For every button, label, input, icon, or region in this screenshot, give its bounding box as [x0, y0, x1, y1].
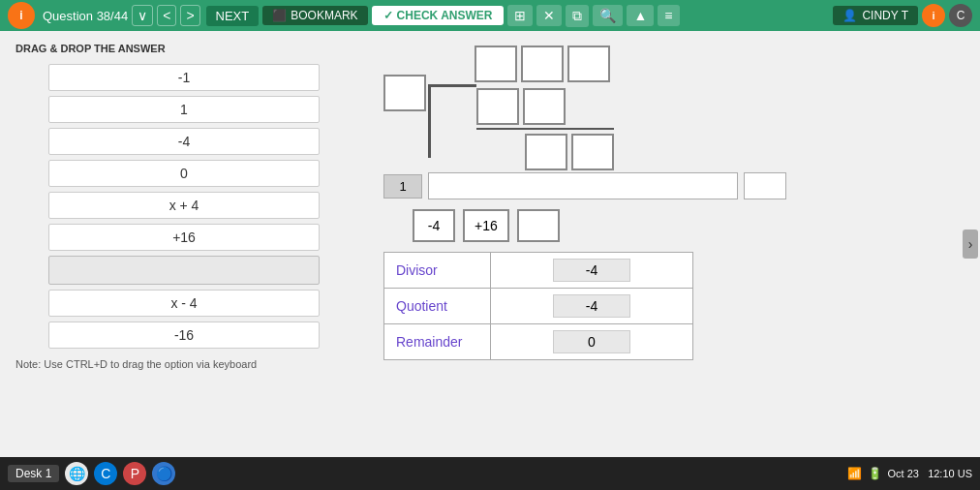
bookmark-button[interactable]: ⬛ BOOKMARK	[262, 6, 367, 25]
table-row: Divisor -4	[384, 253, 693, 289]
date-label: Oct 23	[888, 468, 919, 479]
prev-button[interactable]: <	[157, 5, 176, 26]
divisor-value: -4	[553, 259, 630, 282]
avatar[interactable]: i	[922, 4, 945, 27]
table-row: Quotient -4	[384, 289, 693, 324]
subtract-val-2[interactable]: +16	[463, 209, 509, 242]
list-item[interactable]: -4	[48, 128, 320, 155]
table-row: Remainder 0	[384, 324, 693, 360]
list-item[interactable]: -1	[48, 64, 320, 91]
menu-icon-button[interactable]: ≡	[658, 5, 679, 26]
quotient-value: -4	[553, 294, 630, 318]
main-content: DRAG & DROP THE ANSWER -1 1 -4 0 x + 4 +…	[0, 31, 980, 457]
next-button[interactable]: NEXT	[206, 6, 260, 26]
grid-icon-button[interactable]: ⊞	[507, 5, 533, 26]
window-icon-button[interactable]: ⧉	[566, 5, 589, 27]
dividend-box-4[interactable]	[571, 134, 614, 170]
dividend-number: 1	[383, 174, 422, 199]
quotient-label: Quotient	[384, 289, 491, 324]
settings-icon[interactable]: C	[949, 4, 972, 27]
edge-icon[interactable]: C	[94, 462, 117, 485]
dropdown-chevron-icon[interactable]: ∨	[132, 5, 153, 26]
remainder-label: Remainder	[384, 324, 491, 360]
subtract-row: -4 +16 ›	[413, 209, 965, 242]
list-item[interactable]: x + 4	[48, 192, 320, 219]
scroll-right-indicator[interactable]: ›	[963, 230, 978, 259]
left-panel: DRAG & DROP THE ANSWER -1 1 -4 0 x + 4 +…	[0, 31, 368, 457]
check-icon: ✓	[383, 9, 393, 22]
dividend-box-1[interactable]	[476, 88, 519, 125]
user-menu-button[interactable]: 👤 CINDY T	[833, 6, 918, 25]
drag-drop-title: DRAG & DROP THE ANSWER	[15, 43, 352, 54]
quotient-box-3[interactable]	[567, 46, 610, 82]
question-counter: Question 38/44	[43, 9, 128, 23]
close-icon-button[interactable]: ✕	[536, 5, 562, 26]
quotient-box-1[interactable]	[475, 46, 517, 82]
quotient-box-2[interactable]	[521, 46, 564, 82]
remainder-value-cell[interactable]: 0	[491, 324, 693, 360]
date-time: Oct 23 12:10 US	[888, 468, 972, 479]
power-icon: 🔋	[868, 467, 882, 480]
list-item[interactable]: 1	[48, 96, 320, 123]
upload-icon-button[interactable]: ▲	[627, 5, 654, 26]
division-layout	[383, 46, 965, 170]
division-bracket	[428, 84, 476, 158]
quotient-value-cell[interactable]: -4	[491, 289, 693, 324]
top-navigation: i Question 38/44 ∨ < > NEXT ⬛ BOOKMARK ✓…	[0, 0, 980, 31]
desk-label: Desk 1	[8, 465, 59, 482]
chrome-icon[interactable]: 🌐	[65, 462, 88, 485]
dividend-end-box[interactable]	[744, 172, 786, 199]
list-item[interactable]: +16	[48, 224, 320, 251]
pdf-icon[interactable]: P	[123, 462, 146, 485]
dividend-box-3[interactable]	[525, 134, 567, 170]
search-icon-button[interactable]: 🔍	[593, 5, 623, 26]
taskbar: Desk 1 🌐 C P 🔵 📶 🔋 Oct 23 12:10 US	[0, 457, 980, 490]
divisor-label: Divisor	[384, 253, 491, 289]
list-item[interactable]: x - 4	[48, 290, 320, 317]
drop-zone-left[interactable]	[383, 75, 426, 111]
remainder-value: 0	[553, 330, 630, 353]
app-logo: i	[8, 2, 35, 29]
list-item-empty[interactable]	[48, 256, 320, 285]
dividend-row: 1	[383, 172, 965, 199]
subtract-answer-box[interactable]	[517, 209, 560, 242]
user-icon: 👤	[842, 9, 857, 22]
dividend-box-2[interactable]	[523, 88, 566, 125]
bookmark-icon: ⬛	[272, 9, 287, 22]
wifi-icon: 📶	[847, 467, 862, 480]
list-item[interactable]: -16	[48, 322, 320, 349]
keyboard-note: Note: Use CTRL+D to drag the option via …	[15, 358, 352, 370]
next-arrow-icon[interactable]: >	[180, 5, 199, 26]
app-icon[interactable]: 🔵	[152, 462, 175, 485]
answer-table: Divisor -4 Quotient -4 Remainder 0	[383, 252, 693, 360]
time-label: 12:10 US	[928, 468, 972, 479]
list-item[interactable]: 0	[48, 160, 320, 187]
divisor-value-cell[interactable]: -4	[491, 253, 693, 289]
dividend-input-field[interactable]	[428, 172, 738, 199]
check-answer-button[interactable]: ✓ CHECK ANSWER	[372, 6, 505, 25]
right-panel: 1 -4 +16 › Divisor -4 Quotient -4	[368, 31, 980, 457]
subtract-val-1[interactable]: -4	[413, 209, 455, 242]
